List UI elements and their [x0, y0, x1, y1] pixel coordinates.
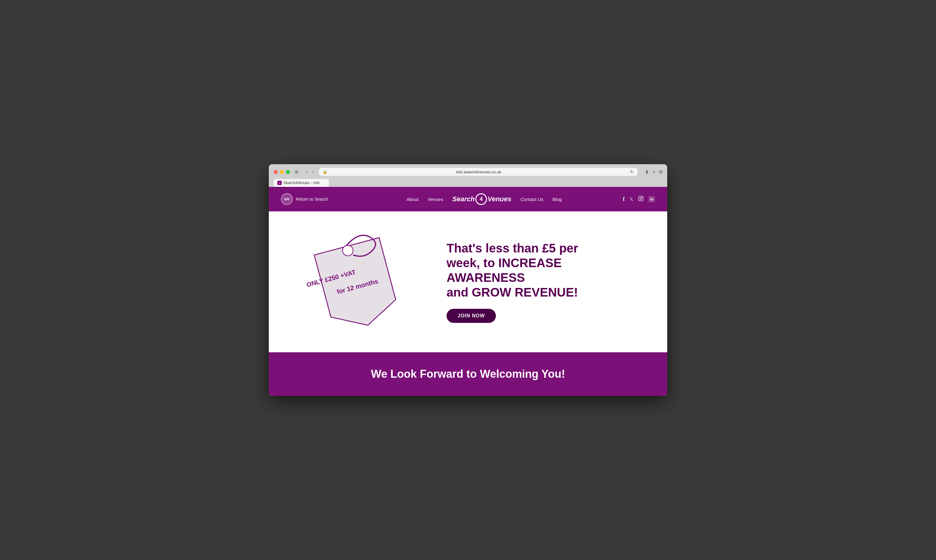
nav-social-icons: f 𝕏 in: [623, 196, 655, 203]
maximize-button[interactable]: [286, 170, 290, 174]
hero-line1: That's less than £5 per: [446, 242, 578, 255]
address-bar[interactable]: [330, 170, 628, 174]
hero-headline: That's less than £5 per week, to INCREAS…: [446, 241, 643, 300]
browser-nav-controls: ‹ ›: [305, 168, 316, 175]
tab-overview-button[interactable]: ⧉: [659, 169, 662, 175]
refresh-button[interactable]: ↻: [630, 169, 634, 174]
navigation: S4V Return to Search About Venues Search…: [269, 187, 667, 211]
facebook-icon[interactable]: f: [623, 196, 625, 203]
nav-center: About Venues Search 4 Venues Contact Us …: [355, 193, 614, 205]
svg-point-2: [642, 197, 642, 197]
browser-window: ⊞ ‹ › 🔒 ↻ ⬆ + ⧉ S Search4Venues – Info: [269, 164, 667, 396]
active-tab[interactable]: S Search4Venues – Info: [274, 179, 329, 187]
nav-venues-link[interactable]: Venues: [428, 197, 443, 202]
join-now-button[interactable]: JOIN NOW: [446, 309, 496, 323]
lock-icon: 🔒: [323, 170, 327, 174]
browser-actions: ⬆ + ⧉: [645, 169, 662, 175]
nav-blog-link[interactable]: Blog: [553, 197, 562, 202]
brand-circle: 4: [475, 193, 487, 205]
sidebar-toggle-button[interactable]: ⊞: [295, 169, 299, 174]
traffic-lights: [274, 170, 290, 174]
brand-search-text: Search: [453, 195, 475, 203]
hero-section: ONLY £250 +VAT for 12 months That's less…: [269, 211, 667, 352]
logo-badge: S4V: [281, 193, 293, 205]
footer-headline: We Look Forward to Welcoming You!: [281, 368, 655, 380]
close-button[interactable]: [274, 170, 278, 174]
website-content: S4V Return to Search About Venues Search…: [269, 187, 667, 396]
price-tag-container: ONLY £250 +VAT for 12 months: [293, 224, 428, 340]
address-bar-container[interactable]: 🔒 ↻: [319, 168, 637, 176]
hero-line2: week, to INCREASE: [446, 256, 562, 269]
back-button[interactable]: ‹: [305, 168, 309, 175]
tab-favicon: S: [277, 181, 282, 185]
twitter-icon[interactable]: 𝕏: [630, 196, 633, 202]
nav-contact-link[interactable]: Contact Us: [521, 197, 543, 202]
footer-section: We Look Forward to Welcoming You!: [269, 352, 667, 396]
hero-line4: and GROW REVENUE!: [446, 286, 578, 299]
browser-titlebar: ⊞ ‹ › 🔒 ↻ ⬆ + ⧉: [274, 168, 662, 176]
browser-chrome: ⊞ ‹ › 🔒 ↻ ⬆ + ⧉ S Search4Venues – Info: [269, 164, 667, 187]
svg-rect-0: [639, 196, 643, 201]
return-label: Return to Search: [296, 197, 328, 202]
nav-brand-logo: Search 4 Venues: [453, 193, 511, 205]
brand-venues-text: Venues: [488, 195, 511, 203]
logo-text: S4V: [284, 198, 290, 201]
return-to-search-link[interactable]: S4V Return to Search: [281, 193, 342, 205]
hero-text: That's less than £5 per week, to INCREAS…: [440, 241, 643, 323]
hero-line3: AWARENESS: [446, 271, 525, 284]
linkedin-icon[interactable]: in: [648, 196, 655, 202]
brand-number: 4: [480, 196, 483, 203]
minimize-button[interactable]: [280, 170, 284, 174]
tab-label: Search4Venues – Info: [283, 181, 320, 185]
svg-point-1: [640, 198, 642, 199]
nav-about-link[interactable]: About: [406, 197, 418, 202]
new-tab-button[interactable]: +: [653, 169, 655, 175]
instagram-icon[interactable]: [638, 196, 644, 203]
browser-tabs: S Search4Venues – Info: [274, 179, 662, 187]
forward-button[interactable]: ›: [311, 168, 315, 175]
share-button[interactable]: ⬆: [645, 169, 649, 175]
price-tag-graphic: ONLY £250 +VAT for 12 months: [299, 224, 422, 340]
